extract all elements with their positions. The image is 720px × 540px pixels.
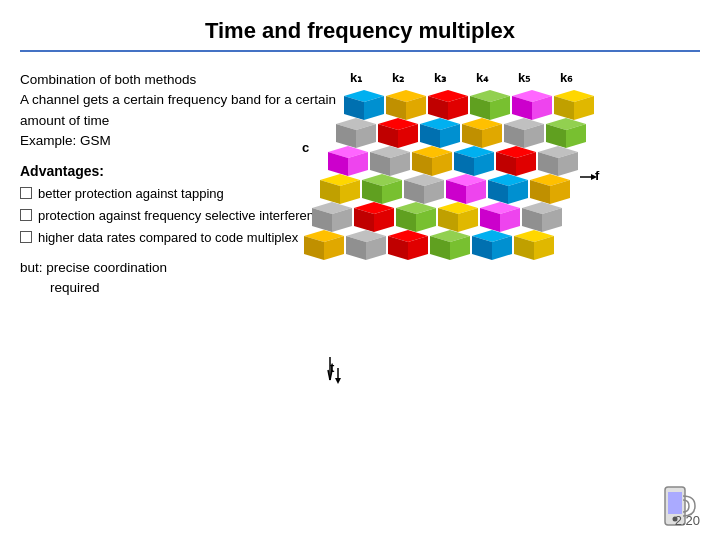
title-divider: [20, 50, 700, 52]
bullet-2: [20, 209, 32, 221]
bullet-3: [20, 231, 32, 243]
cube-row-1: [336, 118, 586, 148]
slide: Time and frequency multiplex Combination…: [0, 0, 720, 540]
k1-label: k₁: [350, 70, 363, 85]
f-axis-label: f: [595, 168, 600, 183]
grid-visualization: k₁ k₂ k₃ k₄ k₅ k₆ c t f: [300, 62, 700, 402]
title-area: Time and frequency multiplex: [0, 0, 720, 62]
cube-row-4: [312, 202, 562, 232]
adv-text-2: protection against frequency selective i…: [38, 207, 328, 225]
cube-row-3: [320, 174, 570, 204]
phone-icon: [645, 482, 705, 537]
k6-label: k₆: [560, 70, 573, 85]
bullet-1: [20, 187, 32, 199]
c-axis-label: c: [302, 140, 309, 155]
k2-label: k₂: [392, 70, 404, 85]
cube-row-0: [344, 90, 594, 120]
cube-row-5: [304, 230, 554, 260]
k4-label: k₄: [476, 70, 489, 85]
cube-row-2: [328, 146, 578, 176]
adv-text-1: better protection against tapping: [38, 185, 224, 203]
slide-title: Time and frequency multiplex: [20, 18, 700, 44]
adv-text-3: higher data rates compared to code multi…: [38, 229, 298, 247]
k5-label: k₅: [518, 70, 531, 85]
page-number: 2.20: [675, 513, 700, 528]
t-axis-arrow: [335, 378, 341, 384]
k3-label: k₃: [434, 70, 447, 85]
main-content: Combination of both methods A channel ge…: [0, 62, 720, 540]
svg-rect-4: [668, 492, 682, 514]
